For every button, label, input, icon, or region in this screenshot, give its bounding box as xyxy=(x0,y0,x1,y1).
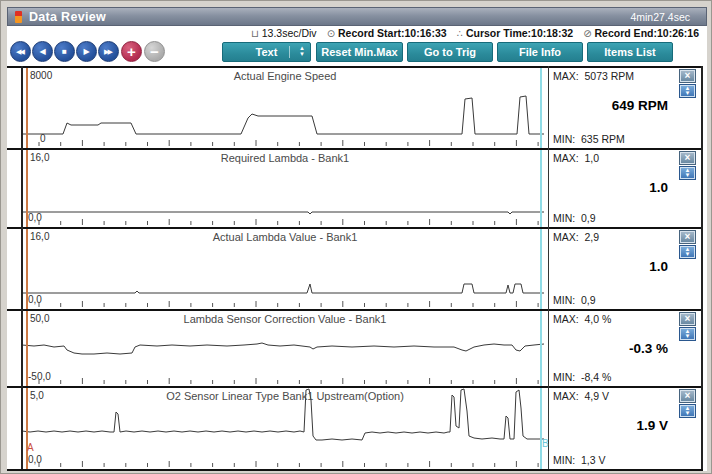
items-list-button[interactable]: Items List xyxy=(587,42,673,62)
min-value-readout: MIN: -8,4 % xyxy=(553,371,611,383)
time-per-div: 13.3sec/Div xyxy=(262,27,317,39)
window-title: Data Review xyxy=(29,10,106,24)
record-start-label: Record Start xyxy=(338,27,401,39)
cursor-b-line-label: B xyxy=(542,438,549,449)
zoom-out-button[interactable]: − xyxy=(144,41,165,62)
cursor-a-line-label: A xyxy=(27,442,34,453)
cursor-time-value: 10:18:32 xyxy=(531,27,573,39)
stop-button[interactable]: ■ xyxy=(54,41,75,62)
reorder-channel-icon[interactable]: ▲▼ xyxy=(679,327,696,341)
chart-border xyxy=(7,227,703,229)
title-bar: Data Review 4min27.4sec xyxy=(7,7,707,26)
waveform-line xyxy=(22,96,544,134)
reorder-channel-icon[interactable]: ▲▼ xyxy=(679,84,696,98)
reset-minmax-button[interactable]: Reset Min.Max xyxy=(316,42,403,62)
cursor-time-label: Cursor Time xyxy=(466,27,528,39)
y-axis-top-label: 50,0 xyxy=(30,313,49,324)
y-axis-bottom-label: 0,0 xyxy=(28,294,42,305)
y-axis-top-label: 5,0 xyxy=(30,390,44,401)
chart-row: 8000 Actual Engine Speed 0 MAX: 5073 RPM… xyxy=(7,66,703,148)
max-value-readout: MAX: 2,9 xyxy=(553,231,599,243)
record-end-label: Record End xyxy=(595,27,654,39)
chart-title: O2 Sensor Linear Type Bank1 Upstream(Opt… xyxy=(22,390,548,402)
cursor-a-line[interactable] xyxy=(26,67,28,469)
chart-border xyxy=(7,309,703,311)
reorder-channel-icon[interactable]: ▲▼ xyxy=(679,245,696,259)
cursor-b-line[interactable] xyxy=(540,67,542,469)
chart-title: Required Lambda - Bank1 xyxy=(22,152,548,164)
y-axis-top-label: 16,0 xyxy=(30,231,49,242)
close-channel-icon[interactable]: × xyxy=(679,312,696,326)
go-to-trig-button[interactable]: Go to Trig xyxy=(407,42,493,62)
close-channel-icon[interactable]: × xyxy=(679,69,696,83)
max-value-readout: MAX: 1,0 xyxy=(553,152,599,164)
record-end-clock-icon: ⊘ xyxy=(583,28,591,39)
combo-updown-icon: ▲▼ xyxy=(299,45,305,57)
y-axis-bottom-label: 0,0 xyxy=(28,212,42,223)
chart-title: Lambda Sensor Correction Value - Bank1 xyxy=(22,313,548,325)
reorder-channel-icon[interactable]: ▲▼ xyxy=(679,166,696,180)
text-mode-label: Text xyxy=(256,46,278,58)
close-channel-icon[interactable]: × xyxy=(679,389,696,403)
current-value-readout: 1.0 xyxy=(558,259,668,274)
min-value-readout: MIN: 635 RPM xyxy=(553,133,625,145)
y-axis-bottom-label: 0 xyxy=(40,133,46,144)
y-axis-bottom-label: -50,0 xyxy=(28,371,51,382)
chart-border xyxy=(7,469,703,471)
fast-forward-button[interactable]: ▶▶ xyxy=(98,41,119,62)
text-mode-select[interactable]: Text ▲▼ xyxy=(222,42,311,62)
chart-title: Actual Lambda Value - Bank1 xyxy=(22,231,548,243)
chart-border xyxy=(701,66,703,469)
div-scale-icon: ⊔ xyxy=(251,28,259,39)
chart-row: 16,0 Actual Lambda Value - Bank1 0,0 MAX… xyxy=(7,227,703,309)
waveform-line xyxy=(22,212,544,214)
current-value-readout: 649 RPM xyxy=(558,98,668,113)
chart-border xyxy=(7,386,703,388)
fast-rewind-button[interactable]: ◀◀ xyxy=(10,41,31,62)
y-axis-top-label: 8000 xyxy=(30,70,52,81)
play-button[interactable]: ▶ xyxy=(76,41,97,62)
y-axis-top-label: 16,0 xyxy=(30,152,49,163)
current-value-readout: 1.0 xyxy=(558,180,668,195)
waveform-line xyxy=(22,284,544,293)
app-flame-icon xyxy=(15,11,22,23)
reorder-channel-icon[interactable]: ▲▼ xyxy=(679,404,696,418)
chart-row: 16,0 Required Lambda - Bank1 0,0 MAX: 1,… xyxy=(7,148,703,227)
toolbar: ◀◀ ◀ ■ ▶ ▶▶ + − Text ▲▼ Reset Min.Max Go… xyxy=(7,40,707,64)
zoom-in-button[interactable]: + xyxy=(121,41,142,62)
close-channel-icon[interactable]: × xyxy=(679,151,696,165)
chart-border xyxy=(548,66,549,469)
combo-divider xyxy=(289,46,290,58)
y-axis-bottom-label: 0,0 xyxy=(28,454,42,465)
data-review-window: Data Review 4min27.4sec ⊔ 13.3sec/Div ⊙ … xyxy=(0,0,712,474)
waveform-line xyxy=(22,343,544,354)
close-channel-icon[interactable]: × xyxy=(679,230,696,244)
chart-border xyxy=(21,66,23,469)
chart-border xyxy=(7,148,703,150)
max-value-readout: MAX: 5073 RPM xyxy=(553,70,634,82)
cursor-time-icon: ∴ xyxy=(457,28,463,39)
charts-area: 8000 Actual Engine Speed 0 MAX: 5073 RPM… xyxy=(7,64,707,471)
record-info-bar: ⊔ 13.3sec/Div ⊙ Record Start : 10:16:33 … xyxy=(7,26,707,40)
current-value-readout: 1.9 V xyxy=(558,418,668,433)
record-start-time: 10:16:33 xyxy=(405,27,447,39)
min-value-readout: MIN: 1,3 V xyxy=(553,454,606,466)
record-end-time: 10:26:16 xyxy=(657,27,699,39)
file-info-button[interactable]: File Info xyxy=(497,42,583,62)
min-value-readout: MIN: 0,9 xyxy=(553,294,596,306)
min-value-readout: MIN: 0,9 xyxy=(553,212,596,224)
max-value-readout: MAX: 4,9 V xyxy=(553,390,609,402)
chart-title: Actual Engine Speed xyxy=(22,70,548,82)
max-value-readout: MAX: 4,0 % xyxy=(553,313,611,325)
chart-border xyxy=(7,66,703,68)
chart-row: 5,0 O2 Sensor Linear Type Bank1 Upstream… xyxy=(7,386,703,469)
step-back-button[interactable]: ◀ xyxy=(32,41,53,62)
record-duration: 4min27.4sec xyxy=(630,11,690,23)
current-value-readout: -0.3 % xyxy=(558,341,668,356)
chart-row: 50,0 Lambda Sensor Correction Value - Ba… xyxy=(7,309,703,386)
record-start-clock-icon: ⊙ xyxy=(327,28,335,39)
